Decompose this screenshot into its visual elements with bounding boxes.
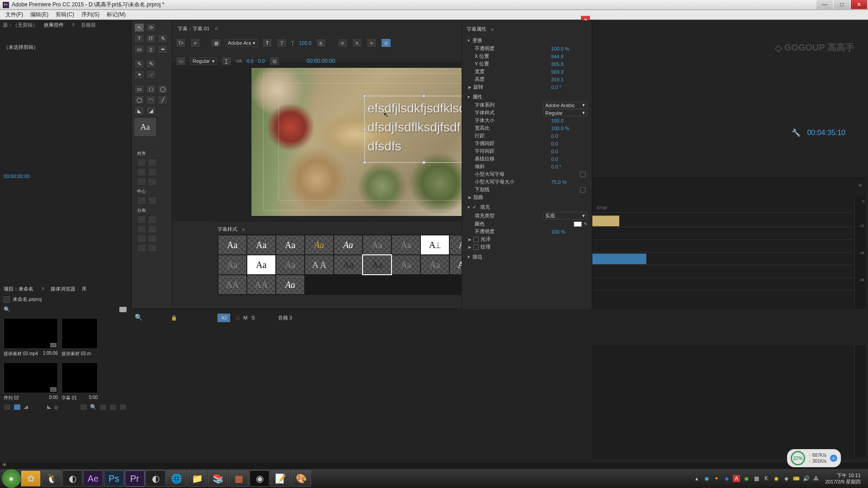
bold-button[interactable]: T — [262, 38, 272, 47]
align-center-text[interactable]: ≡ — [352, 38, 362, 47]
twisty-icon[interactable]: ▼ — [467, 255, 471, 259]
taskbar-app-paint[interactable]: 🎨 — [291, 470, 311, 487]
video-track[interactable] — [592, 215, 853, 227]
taskbar-app-qq[interactable]: 🐧 — [42, 470, 61, 487]
folder-icon[interactable] — [119, 307, 127, 312]
vertical-type-tool[interactable]: IT — [146, 34, 156, 43]
kerning-value[interactable]: 0.0 — [246, 58, 253, 64]
audio-track[interactable] — [592, 265, 853, 278]
dist-space-v[interactable] — [148, 244, 157, 252]
find-icon[interactable]: 🔍 — [90, 404, 97, 410]
clipped-rect-tool[interactable]: ◯ — [134, 95, 144, 104]
tray-icon[interactable]: K — [763, 475, 770, 482]
style-swatch[interactable]: Aa — [218, 235, 246, 254]
tray-icon[interactable]: ◉ — [773, 475, 780, 482]
align-right[interactable] — [137, 168, 146, 176]
taskbar-app-ae[interactable]: Ae — [83, 470, 103, 487]
distribute-text-icon[interactable]: ⊟ — [269, 56, 279, 66]
clip-audio[interactable] — [592, 253, 646, 264]
zoom-slider-icon[interactable] — [24, 405, 28, 409]
fill-enable-check[interactable]: ✓ — [472, 204, 476, 210]
sort-icon[interactable]: ◇ — [54, 404, 58, 410]
style-swatch[interactable]: Aa — [334, 255, 362, 274]
height-value[interactable]: 319.1 — [551, 77, 587, 82]
type-tool[interactable]: T — [134, 34, 144, 43]
dist-top[interactable] — [148, 225, 157, 233]
taskbar-clock[interactable]: 下午 10:11 2017/2/9 星期四 — [822, 472, 863, 485]
dist-center-h[interactable] — [148, 216, 157, 224]
sheen-checkbox[interactable] — [473, 237, 479, 242]
zoom-icon[interactable]: 🔍 — [135, 314, 142, 321]
taskbar-app-chrome[interactable]: 🌐 — [166, 470, 186, 487]
style-swatch[interactable]: AA — [247, 275, 275, 294]
taskbar-app-notes[interactable]: 📝 — [270, 470, 290, 487]
tab-effect-controls[interactable]: 效果控件 — [44, 22, 64, 28]
video-track[interactable] — [592, 240, 853, 253]
new-item-button[interactable] — [109, 404, 117, 410]
taskbar-app-winrar[interactable]: 📚 — [208, 470, 228, 487]
panel-menu-icon[interactable]: ≡ — [72, 22, 75, 28]
tray-icon-nvidia[interactable]: ◉ — [743, 475, 750, 482]
ellipse-tool[interactable]: ◯ — [158, 84, 168, 94]
tray-icon[interactable]: ✦ — [713, 475, 720, 482]
font-family-select[interactable]: Adobe Arabic▾ — [543, 102, 587, 108]
leading-value[interactable]: 0.0 — [551, 133, 587, 139]
menu-marker[interactable]: 标记(M) — [103, 10, 129, 19]
widget-expand-button[interactable]: + — [830, 455, 837, 462]
tray-icon[interactable]: ▦ — [753, 475, 760, 482]
resize-handle[interactable] — [363, 94, 366, 98]
style-swatch[interactable]: Aa — [276, 235, 304, 254]
underline-button[interactable]: T — [222, 56, 231, 66]
resize-handle[interactable] — [363, 161, 366, 164]
style-swatch[interactable]: Aa — [247, 255, 275, 274]
list-view-button[interactable] — [4, 404, 11, 410]
twisty-icon[interactable]: ▶ — [468, 195, 472, 200]
kerning-value[interactable]: 0.0 — [551, 141, 587, 146]
info-eye-icon[interactable]: 👁 — [2, 462, 7, 468]
program-timecode[interactable]: 00:04:35:10 — [807, 129, 845, 137]
tray-volume-icon[interactable]: 🔊 — [802, 475, 810, 482]
audio-track[interactable] — [592, 278, 853, 291]
taskbar-app-ppt[interactable]: ▦ — [229, 470, 249, 487]
icon-view-button[interactable] — [14, 404, 21, 410]
twisty-icon[interactable]: ▶ — [468, 85, 472, 89]
project-item[interactable]: 提供素材 03.m — [61, 318, 98, 357]
rounded-rect-tool[interactable]: ▢ — [146, 84, 156, 94]
search-icon[interactable]: 🔍 — [4, 306, 10, 313]
tray-network-icon[interactable]: 🖧 — [812, 475, 820, 482]
smallcaps-size-value[interactable]: 75.0 % — [551, 179, 587, 185]
video-track[interactable] — [592, 227, 853, 240]
twisty-icon[interactable]: ▼ — [467, 38, 471, 43]
align-left[interactable] — [137, 159, 146, 167]
close-button[interactable]: ✕ — [851, 0, 867, 9]
vertical-area-type-tool[interactable]: ▯ — [146, 45, 156, 54]
project-item[interactable]: 序列 020:00 — [4, 362, 58, 401]
line-tool[interactable]: ╱ — [158, 95, 168, 104]
rotation-value[interactable]: 0.0 ° — [551, 84, 587, 90]
tab-stops-button[interactable]: ⊞ — [381, 38, 391, 47]
style-swatch[interactable]: Aa — [363, 235, 391, 254]
tab-audio[interactable]: 音频剪 — [81, 22, 96, 28]
start-button[interactable]: ◉ — [2, 469, 21, 488]
style-swatch[interactable]: Aa — [247, 235, 275, 254]
zoom-out-icon[interactable] — [47, 405, 52, 409]
title-panel-menu-icon[interactable]: ≡ — [215, 26, 217, 31]
taskbar-app-pr[interactable]: Pr — [125, 470, 145, 487]
arc-tool[interactable]: ◠ — [146, 95, 156, 104]
menu-edit[interactable]: 编辑(E) — [27, 10, 52, 19]
taskbar-app-share[interactable]: ✿ — [21, 470, 41, 487]
tray-up-icon[interactable]: ▴ — [693, 475, 700, 482]
style-swatch[interactable]: Aa — [276, 275, 304, 294]
anchor-tool[interactable]: ✦ — [134, 70, 144, 79]
taskbar-app-c4d-2[interactable]: ◐ — [146, 470, 165, 487]
tracking-value[interactable]: 0.0 — [551, 149, 587, 154]
align-top[interactable] — [148, 168, 157, 176]
center-h[interactable] — [137, 197, 146, 205]
eyedropper-icon[interactable]: ✎ — [584, 221, 587, 226]
style-swatch[interactable]: A A — [305, 255, 333, 274]
tray-icon[interactable]: ◈ — [783, 475, 790, 482]
path-type-tool[interactable]: ✎ — [158, 34, 168, 43]
settings-wrench-icon[interactable]: 🔧 — [792, 128, 801, 137]
taskbar-app-explorer[interactable]: 📁 — [187, 470, 207, 487]
style-swatch[interactable]: A⟂ — [421, 235, 449, 254]
